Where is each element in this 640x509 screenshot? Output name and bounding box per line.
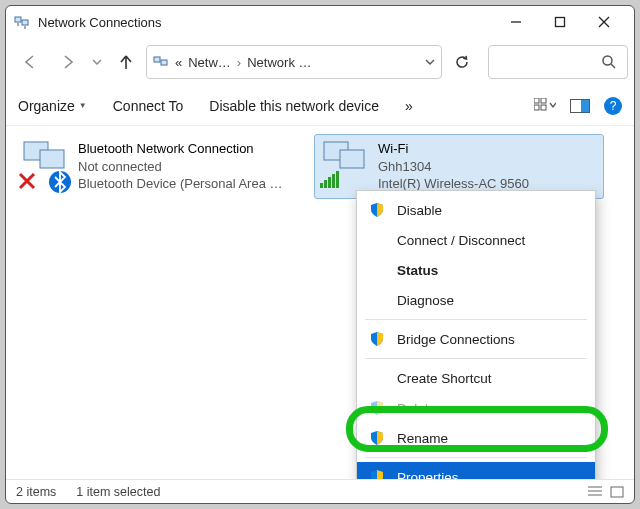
ctx-create-shortcut[interactable]: Create Shortcut [357,363,595,393]
maximize-button[interactable] [538,6,582,38]
bluetooth-icon [48,170,72,194]
svg-line-11 [611,64,615,68]
svg-rect-12 [534,98,539,103]
bluetooth-connection-icon [20,140,68,188]
connect-to-button[interactable]: Connect To [113,98,184,114]
forward-button[interactable] [50,44,86,80]
svg-rect-5 [556,18,565,27]
disable-device-button[interactable]: Disable this network device [209,98,379,114]
svg-rect-8 [154,57,160,62]
shield-icon [369,400,385,416]
recent-dropdown[interactable] [88,44,106,80]
context-menu: Disable Connect / Disconnect Status Diag… [356,190,596,479]
chevron-right-icon: › [237,55,241,70]
svg-rect-2 [17,23,19,26]
wifi-connection-icon [320,140,368,188]
close-button[interactable] [582,6,626,38]
ctx-bridge-connections[interactable]: Bridge Connections [357,324,595,354]
ctx-connect-disconnect[interactable]: Connect / Disconnect [357,225,595,255]
breadcrumb-prefix: « [175,55,182,70]
window: Network Connections « [5,5,635,504]
svg-rect-28 [611,487,623,497]
shield-icon [369,202,385,218]
svg-rect-3 [24,26,26,29]
connection-name: Bluetooth Network Connection [78,140,283,158]
svg-rect-13 [541,98,546,103]
navbar: « Netw… › Network … [6,38,634,86]
shield-icon [369,430,385,446]
ctx-separator [365,457,587,458]
status-selection-count: 1 item selected [76,485,160,499]
location-icon [153,54,169,70]
up-button[interactable] [108,44,144,80]
ctx-delete: Delete [357,393,595,423]
view-options-button[interactable] [534,98,556,114]
connection-status: Not connected [78,158,283,176]
svg-rect-24 [340,150,364,168]
minimize-button[interactable] [494,6,538,38]
svg-rect-1 [22,20,28,25]
svg-rect-19 [40,150,64,168]
shield-icon [369,469,385,479]
search-icon [601,54,617,70]
titlebar: Network Connections [6,6,634,38]
ctx-disable[interactable]: Disable [357,195,595,225]
ctx-status[interactable]: Status [357,255,595,285]
back-button[interactable] [12,44,48,80]
connection-item-wifi[interactable]: Wi-Fi Ghh1304 Intel(R) Wireless-AC 9560 [314,134,604,199]
svg-rect-0 [15,17,21,22]
connection-device: Bluetooth Device (Personal Area … [78,175,283,193]
ctx-rename[interactable]: Rename [357,423,595,453]
breadcrumb-1[interactable]: Netw… [188,55,231,70]
address-bar[interactable]: « Netw… › Network … [146,45,442,79]
connection-item-bluetooth[interactable]: Bluetooth Network Connection Not connect… [14,134,304,199]
svg-rect-14 [534,105,539,110]
svg-rect-9 [161,60,167,65]
ctx-separator [365,358,587,359]
search-box[interactable] [488,45,628,79]
refresh-button[interactable] [444,44,480,80]
help-button[interactable]: ? [604,97,622,115]
svg-rect-17 [581,99,590,112]
status-item-count: 2 items [16,485,56,499]
details-view-button[interactable] [588,486,602,498]
window-title: Network Connections [38,15,162,30]
signal-bars-icon [320,171,339,188]
app-icon [14,14,30,30]
svg-point-10 [603,56,612,65]
preview-pane-button[interactable] [570,99,590,113]
toolbar: Organize▼ Connect To Disable this networ… [6,86,634,126]
large-icons-view-button[interactable] [610,486,624,498]
chevron-down-icon[interactable] [425,55,435,70]
error-x-icon [18,172,36,190]
ctx-diagnose[interactable]: Diagnose [357,285,595,315]
status-bar: 2 items 1 item selected [6,479,634,503]
svg-rect-15 [541,105,546,110]
shield-icon [369,331,385,347]
connection-name: Wi-Fi [378,140,529,158]
ctx-properties[interactable]: Properties [357,462,595,479]
organize-menu[interactable]: Organize▼ [18,98,87,114]
toolbar-overflow[interactable]: » [405,98,413,114]
connection-status: Ghh1304 [378,158,529,176]
breadcrumb-2[interactable]: Network … [247,55,311,70]
content-area: Bluetooth Network Connection Not connect… [6,126,634,479]
ctx-separator [365,319,587,320]
